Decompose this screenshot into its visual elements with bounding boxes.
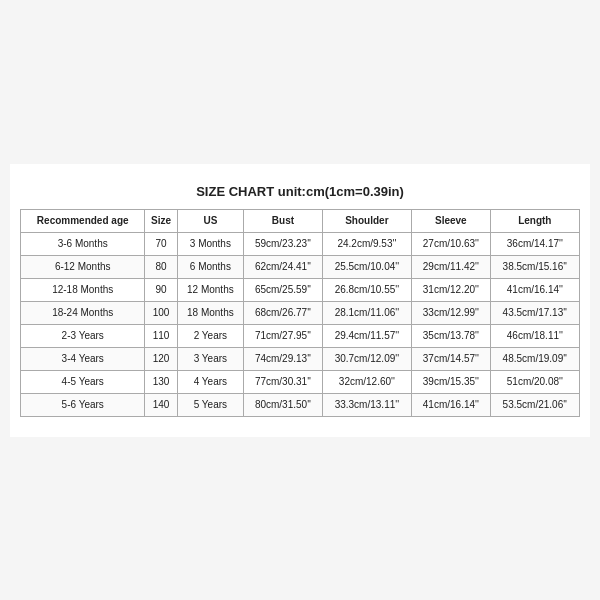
column-header: Sleeve [412,209,491,232]
table-cell: 12 Months [177,278,244,301]
table-cell: 28.1cm/11.06'' [322,301,411,324]
table-cell: 3-4 Years [21,347,145,370]
table-cell: 43.5cm/17.13'' [490,301,579,324]
table-cell: 29.4cm/11.57'' [322,324,411,347]
table-row: 3-6 Months703 Months59cm/23.23''24.2cm/9… [21,232,580,255]
table-cell: 26.8cm/10.55'' [322,278,411,301]
table-cell: 4 Years [177,370,244,393]
table-cell: 68cm/26.77'' [244,301,323,324]
table-cell: 46cm/18.11'' [490,324,579,347]
table-cell: 30.7cm/12.09'' [322,347,411,370]
table-cell: 65cm/25.59'' [244,278,323,301]
column-header: Shoulder [322,209,411,232]
size-chart-container: SIZE CHART unit:cm(1cm=0.39in) Recommend… [10,164,590,437]
table-cell: 71cm/27.95'' [244,324,323,347]
table-cell: 29cm/11.42'' [412,255,491,278]
table-cell: 18-24 Months [21,301,145,324]
table-cell: 41cm/16.14'' [412,393,491,416]
table-cell: 25.5cm/10.04'' [322,255,411,278]
table-cell: 120 [145,347,177,370]
column-header: Bust [244,209,323,232]
table-cell: 140 [145,393,177,416]
table-cell: 37cm/14.57'' [412,347,491,370]
table-cell: 80 [145,255,177,278]
table-cell: 12-18 Months [21,278,145,301]
table-cell: 39cm/15.35'' [412,370,491,393]
table-cell: 6-12 Months [21,255,145,278]
table-cell: 38.5cm/15.16'' [490,255,579,278]
table-cell: 36cm/14.17'' [490,232,579,255]
table-row: 18-24 Months10018 Months68cm/26.77''28.1… [21,301,580,324]
table-cell: 33cm/12.99'' [412,301,491,324]
table-row: 5-6 Years1405 Years80cm/31.50''33.3cm/13… [21,393,580,416]
table-row: 3-4 Years1203 Years74cm/29.13''30.7cm/12… [21,347,580,370]
table-cell: 110 [145,324,177,347]
table-cell: 41cm/16.14'' [490,278,579,301]
table-cell: 70 [145,232,177,255]
table-row: 12-18 Months9012 Months65cm/25.59''26.8c… [21,278,580,301]
table-cell: 90 [145,278,177,301]
table-cell: 32cm/12.60'' [322,370,411,393]
column-header: Recommended age [21,209,145,232]
table-cell: 35cm/13.78'' [412,324,491,347]
table-cell: 5-6 Years [21,393,145,416]
table-cell: 59cm/23.23'' [244,232,323,255]
table-cell: 24.2cm/9.53'' [322,232,411,255]
table-cell: 51cm/20.08'' [490,370,579,393]
table-cell: 3-6 Months [21,232,145,255]
table-cell: 4-5 Years [21,370,145,393]
table-cell: 77cm/30.31'' [244,370,323,393]
table-cell: 48.5cm/19.09'' [490,347,579,370]
table-cell: 100 [145,301,177,324]
table-cell: 2-3 Years [21,324,145,347]
table-cell: 80cm/31.50'' [244,393,323,416]
table-cell: 3 Months [177,232,244,255]
table-cell: 74cm/29.13'' [244,347,323,370]
table-cell: 53.5cm/21.06'' [490,393,579,416]
table-cell: 18 Months [177,301,244,324]
table-cell: 3 Years [177,347,244,370]
table-row: 6-12 Months806 Months62cm/24.41''25.5cm/… [21,255,580,278]
table-cell: 130 [145,370,177,393]
column-header: Size [145,209,177,232]
table-cell: 27cm/10.63'' [412,232,491,255]
table-cell: 31cm/12.20'' [412,278,491,301]
table-row: 2-3 Years1102 Years71cm/27.95''29.4cm/11… [21,324,580,347]
table-cell: 62cm/24.41'' [244,255,323,278]
table-row: 4-5 Years1304 Years77cm/30.31''32cm/12.6… [21,370,580,393]
column-header: Length [490,209,579,232]
column-header: US [177,209,244,232]
table-cell: 2 Years [177,324,244,347]
table-cell: 5 Years [177,393,244,416]
table-cell: 33.3cm/13.11'' [322,393,411,416]
size-table: Recommended ageSizeUSBustShoulderSleeveL… [20,209,580,417]
table-cell: 6 Months [177,255,244,278]
chart-title: SIZE CHART unit:cm(1cm=0.39in) [20,184,580,199]
table-header-row: Recommended ageSizeUSBustShoulderSleeveL… [21,209,580,232]
